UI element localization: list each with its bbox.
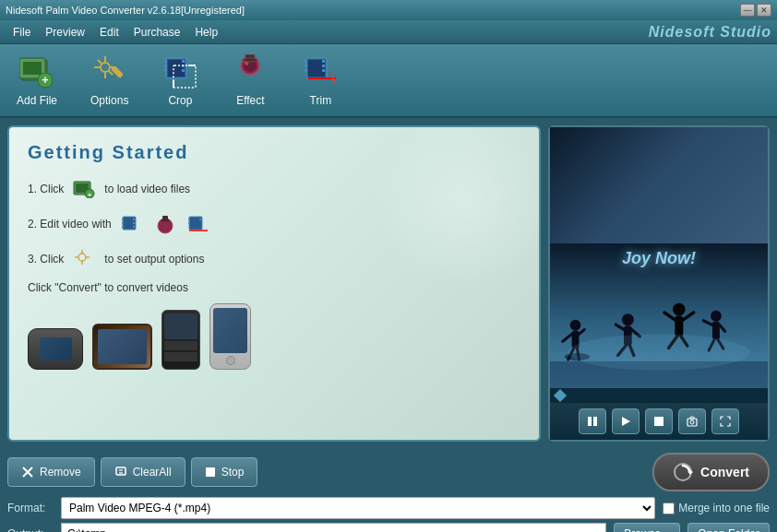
- video-player-device: [92, 324, 152, 370]
- toolbar: + Add File Options: [0, 44, 777, 118]
- crop-icon: [161, 53, 198, 90]
- close-button[interactable]: ✕: [757, 4, 771, 17]
- app-title: Nidesoft Palm Video Converter v2.6.18[Un…: [6, 5, 245, 16]
- effect-step-icon: [152, 211, 178, 237]
- format-label: Format:: [7, 502, 54, 514]
- stop-icon: [205, 467, 216, 478]
- stop-button[interactable]: [645, 408, 673, 434]
- svg-rect-79: [675, 315, 683, 337]
- output-bar: Output: Browse... Open Folder: [7, 523, 770, 532]
- svg-rect-18: [182, 60, 185, 63]
- svg-point-72: [622, 313, 634, 325]
- menu-help[interactable]: Help: [187, 24, 225, 41]
- svg-point-84: [711, 310, 722, 321]
- add-file-button[interactable]: + Add File: [9, 50, 65, 111]
- step-2: 2. Edit video with: [28, 211, 520, 237]
- menu-purchase[interactable]: Purchase: [126, 24, 188, 41]
- step-1-num: 1. Click: [28, 183, 64, 195]
- main-content: Getting Started 1. Click + to load video…: [0, 118, 777, 449]
- bb-keyboard: [164, 341, 197, 350]
- merge-checkbox[interactable]: [663, 502, 675, 514]
- effect-icon: [232, 53, 269, 90]
- svg-rect-49: [133, 226, 135, 228]
- trim-icon: [302, 53, 339, 90]
- convert-label: Convert: [700, 465, 749, 479]
- svg-rect-45: [122, 222, 124, 224]
- add-file-icon: +: [18, 53, 55, 90]
- svg-point-52: [161, 219, 170, 222]
- svg-rect-34: [322, 60, 325, 63]
- options-icon: [91, 53, 128, 90]
- svg-rect-55: [188, 222, 190, 224]
- svg-rect-35: [322, 65, 325, 67]
- menu-edit[interactable]: Edit: [92, 24, 126, 41]
- progress-indicator: [554, 389, 567, 402]
- step-3-text: to set output options: [104, 253, 204, 266]
- preview-video: Joy Now!: [550, 127, 768, 388]
- svg-point-90: [568, 334, 750, 370]
- getting-started-title: Getting Started: [28, 142, 520, 163]
- menu-preview[interactable]: Preview: [38, 24, 92, 41]
- step-4: Click "Convert" to convert videos: [28, 281, 520, 294]
- svg-point-58: [78, 254, 86, 261]
- svg-rect-16: [164, 65, 167, 67]
- trim-button[interactable]: Trim: [294, 50, 346, 111]
- svg-rect-15: [164, 60, 167, 63]
- preview-progress-bar[interactable]: [550, 388, 768, 403]
- add-file-label: Add File: [17, 94, 57, 107]
- step-2-num: 2. Edit video with: [28, 218, 112, 231]
- svg-point-28: [243, 58, 257, 62]
- title-bar: Nidesoft Palm Video Converter v2.6.18[Un…: [0, 0, 777, 20]
- bottom-controls: Remove ClearAll Stop Convert Fo: [0, 449, 777, 532]
- svg-rect-100: [116, 467, 126, 475]
- convert-button[interactable]: Convert: [652, 453, 770, 491]
- step-1-text: to load video files: [104, 183, 190, 195]
- play-button[interactable]: [612, 408, 640, 434]
- trim-step-icon: [185, 211, 211, 237]
- trim-label: Trim: [310, 94, 332, 107]
- svg-rect-20: [182, 69, 185, 72]
- action-bar: Remove ClearAll Stop Convert: [7, 453, 770, 491]
- clear-all-label: ClearAll: [133, 466, 172, 479]
- svg-point-97: [690, 420, 694, 424]
- step-1: 1. Click + to load video files: [28, 176, 520, 202]
- svg-marker-93: [622, 417, 630, 426]
- silhouette-svg: [550, 180, 768, 388]
- svg-rect-48: [133, 222, 135, 224]
- stop-label: Stop: [221, 466, 245, 479]
- open-folder-button[interactable]: Open Folder: [687, 523, 770, 532]
- minimize-button[interactable]: —: [740, 4, 755, 17]
- effect-button[interactable]: Effect: [224, 50, 276, 111]
- preview-controls: [550, 403, 768, 440]
- svg-point-66: [570, 319, 581, 330]
- svg-rect-33: [305, 69, 307, 72]
- fullscreen-button[interactable]: [711, 408, 739, 434]
- svg-rect-2: [23, 62, 42, 75]
- svg-rect-92: [593, 417, 597, 426]
- crop-label: Crop: [168, 94, 192, 107]
- svg-rect-46: [122, 226, 124, 228]
- step-4-text: Click "Convert" to convert videos: [28, 281, 188, 294]
- pause-button[interactable]: [579, 408, 606, 434]
- getting-started-panel: Getting Started 1. Click + to load video…: [7, 125, 541, 442]
- svg-point-78: [673, 302, 686, 315]
- preview-panel: Joy Now!: [548, 125, 770, 442]
- svg-point-5: [101, 63, 110, 72]
- output-path-input[interactable]: [61, 523, 606, 532]
- svg-rect-12: [111, 65, 124, 78]
- menu-bar: File Preview Edit Purchase Help Nidesoft…: [0, 20, 777, 44]
- screenshot-button[interactable]: [678, 408, 706, 434]
- svg-rect-54: [188, 219, 190, 220]
- browse-button[interactable]: Browse...: [614, 523, 680, 532]
- options-button[interactable]: Options: [83, 50, 136, 111]
- step-3-num: 3. Click: [28, 253, 64, 266]
- effect-label: Effect: [236, 94, 264, 107]
- remove-label: Remove: [40, 466, 81, 479]
- stop-action-button[interactable]: Stop: [191, 457, 258, 487]
- format-select[interactable]: Palm Video MPEG-4 (*.mp4): [61, 497, 655, 519]
- menu-file[interactable]: File: [6, 24, 38, 41]
- clear-all-button[interactable]: ClearAll: [101, 457, 185, 487]
- svg-text:+: +: [88, 191, 92, 198]
- crop-button[interactable]: Crop: [154, 50, 206, 111]
- remove-button[interactable]: Remove: [7, 457, 95, 487]
